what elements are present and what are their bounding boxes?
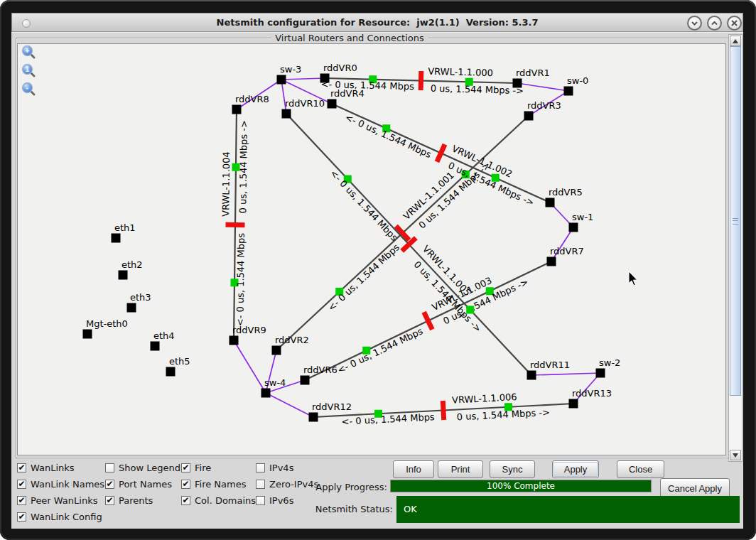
- zoom-in-button[interactable]: +: [21, 45, 36, 60]
- checkbox-peer-wanlinks[interactable]: ✔: [17, 496, 26, 505]
- close-button[interactable]: [727, 16, 742, 31]
- checkbox-row-port-names: ✔Port Names: [105, 479, 180, 489]
- checkbox-fire[interactable]: ✔: [181, 463, 190, 472]
- checkbox-label-wanlink-config: WanLink Config: [31, 512, 102, 522]
- checkbox-show-legend[interactable]: [105, 463, 114, 472]
- zoom-toolbar: +1-: [21, 45, 36, 97]
- chevron-up-icon: [711, 19, 718, 27]
- checkbox-wanlink-names[interactable]: ✔: [17, 480, 26, 489]
- checkbox-label-fire-names: Fire Names: [195, 479, 246, 490]
- chevron-down-icon: [691, 19, 698, 27]
- checkbox-zero-ipv4s[interactable]: [256, 480, 265, 489]
- info-button[interactable]: Info: [393, 460, 434, 478]
- checkbox-label-show-legend: Show Legend: [119, 463, 180, 473]
- apply-button[interactable]: Apply: [552, 460, 599, 478]
- checkbox-label-wanlink-names: WanLink Names: [31, 479, 104, 490]
- checkbox-row-col-domains: ✔Col. Domains: [181, 495, 256, 505]
- window-menu-icon[interactable]: [22, 19, 31, 28]
- panel-legend: Virtual Routers and Connections: [271, 33, 428, 43]
- zoom-in-icon: +: [21, 45, 36, 60]
- checkbox-column-2: ✔Fire✔Fire Names✔Col. Domains: [181, 463, 256, 512]
- print-button[interactable]: Print: [438, 460, 483, 478]
- checkbox-label-col-domains: Col. Domains: [195, 495, 256, 506]
- scrollbar-thumb[interactable]: [730, 46, 741, 396]
- sync-button[interactable]: Sync: [490, 460, 535, 478]
- svg-text:1: 1: [26, 65, 30, 73]
- checkbox-row-wanlink-config: ✔WanLink Config: [17, 512, 104, 522]
- close-button[interactable]: Close: [617, 460, 664, 478]
- shade-button[interactable]: [687, 16, 702, 31]
- cancel-apply-button[interactable]: Cancel Apply: [660, 478, 730, 498]
- svg-text:+: +: [26, 47, 30, 55]
- triangle-down-icon: [733, 453, 738, 458]
- checkbox-row-parents: ✔Parents: [105, 495, 180, 505]
- checkbox-row-wanlink-names: ✔WanLink Names: [17, 479, 104, 489]
- unshade-button[interactable]: [707, 16, 722, 31]
- checkbox-row-ipv6s: IPv6s: [256, 495, 318, 505]
- zoom-out-icon: -: [21, 82, 36, 97]
- checkbox-row-wanlinks: ✔WanLinks: [17, 463, 104, 472]
- checkbox-label-fire: Fire: [195, 463, 211, 473]
- checkbox-port-names[interactable]: ✔: [105, 480, 114, 489]
- scroll-up-button[interactable]: [730, 36, 741, 46]
- checkbox-col-domains[interactable]: ✔: [181, 496, 190, 505]
- checkbox-label-parents: Parents: [119, 495, 153, 506]
- checkbox-label-ipv4s: IPv4s: [269, 463, 293, 473]
- netsmith-status-value: OK: [396, 496, 740, 523]
- checkbox-fire-names[interactable]: ✔: [181, 480, 190, 489]
- checkbox-ipv4s[interactable]: [256, 463, 265, 472]
- apply-progress-label: Apply Progress:: [298, 482, 387, 492]
- checkbox-parents[interactable]: ✔: [105, 496, 114, 505]
- apply-progress-bar: 100% Complete: [390, 480, 652, 492]
- checkbox-wanlinks[interactable]: ✔: [17, 463, 26, 472]
- checkbox-row-fire: ✔Fire: [181, 463, 256, 472]
- virtual-routers-panel: Virtual Routers and Connections: [16, 38, 742, 458]
- vertical-scrollbar[interactable]: [728, 34, 742, 462]
- svg-text:-: -: [26, 84, 28, 92]
- triangle-up-icon: [733, 39, 738, 43]
- checkbox-column-1: Show Legend✔Port Names✔Parents: [105, 463, 180, 512]
- window-titlebar[interactable]: Netsmith configuration for Resource: jw2…: [11, 13, 743, 32]
- checkbox-row-ipv4s: IPv4s: [256, 463, 318, 472]
- checkbox-label-ipv6s: IPv6s: [269, 495, 293, 506]
- scroll-down-button[interactable]: [730, 450, 741, 460]
- netsmith-window: Netsmith configuration for Resource: jw2…: [0, 0, 756, 540]
- window-controls: [687, 16, 742, 31]
- checkbox-row-show-legend: Show Legend: [105, 463, 180, 472]
- checkbox-label-wanlinks: WanLinks: [31, 463, 75, 473]
- checkbox-ipv6s[interactable]: [256, 496, 265, 505]
- thumb-grip-icon: [733, 218, 738, 225]
- zoom-reset-button[interactable]: 1: [21, 63, 36, 78]
- zoom-reset-icon: 1: [21, 63, 36, 78]
- checkbox-wanlink-config[interactable]: ✔: [17, 512, 26, 522]
- netsmith-status-label: Netsmith Status:: [310, 504, 393, 514]
- checkbox-label-peer-wanlinks: Peer WanLinks: [31, 495, 97, 506]
- checkbox-row-peer-wanlinks: ✔Peer WanLinks: [17, 495, 104, 505]
- window-title: Netsmith configuration for Resource: jw2…: [12, 14, 742, 31]
- checkbox-column-0: ✔WanLinks✔WanLink Names✔Peer WanLinks✔Wa…: [17, 463, 104, 528]
- network-canvas[interactable]: [17, 43, 726, 455]
- close-icon: [730, 19, 738, 27]
- checkbox-row-fire-names: ✔Fire Names: [181, 479, 256, 489]
- zoom-out-button[interactable]: -: [21, 82, 36, 97]
- checkbox-label-port-names: Port Names: [119, 479, 172, 490]
